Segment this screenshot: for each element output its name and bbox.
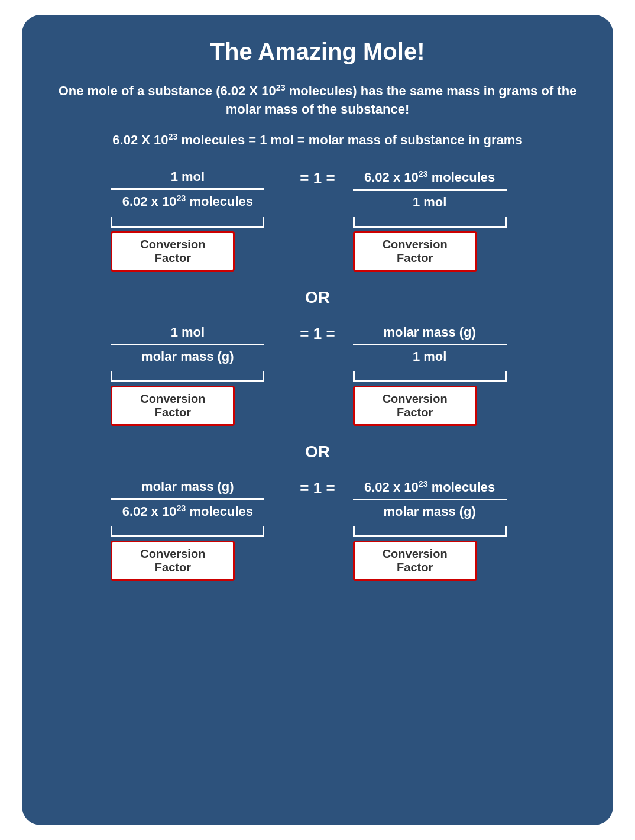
bracket-right-corner-3r [500,526,507,537]
bracket-left-corner-3r [353,526,360,537]
conversion-factor-2-left: Conversion Factor [111,386,235,426]
frac-den-3-right: molar mass (g) [353,500,507,519]
bracket-middle-2 [118,380,257,382]
bracket-line-2-right [353,369,507,382]
bracket-line-1-left [111,215,264,228]
bracket-middle-1r [360,226,500,228]
bracket-middle-3 [118,535,257,537]
bracket-right-corner-1 [257,217,264,228]
bracket-left-corner-1 [111,217,118,228]
fraction-left-3: molar mass (g) 6.02 x 1023 molecules Con… [111,479,282,581]
equals-3: = 1 = [300,479,335,497]
bracket-line-2-left [111,369,264,382]
frac-num-1-right: 6.02 x 1023 molecules [353,169,507,190]
bracket-row-3-right: Conversion Factor [353,524,507,581]
bracket-row-1-left: Conversion Factor [111,215,264,272]
subtitle-text: One mole of a substance (6.02 X 1023 mol… [57,82,578,119]
equation-text: 6.02 X 1023 molecules = 1 mol = molar ma… [112,132,522,148]
equals-2: = 1 = [300,325,335,343]
bracket-right-corner-2 [257,371,264,382]
bracket-row-2-left: Conversion Factor [111,369,264,426]
bracket-left-corner-3 [111,526,118,537]
fraction-left-1: 1 mol 6.02 x 1023 molecules Conversion F… [111,169,282,271]
fractions-row-2: 1 mol molar mass (g) Conversion Factor =… [57,325,578,426]
bracket-line-3-right [353,524,507,537]
fraction-group-left-3: molar mass (g) 6.02 x 1023 molecules [111,479,264,519]
section-3: molar mass (g) 6.02 x 1023 molecules Con… [57,479,578,581]
section-1: 1 mol 6.02 x 1023 molecules Conversion F… [57,169,578,271]
conversion-factor-3-left: Conversion Factor [111,541,235,581]
bracket-right-corner-1r [500,217,507,228]
bracket-left-corner-2r [353,371,360,382]
bracket-right-corner-2r [500,371,507,382]
conversion-factor-1-right: Conversion Factor [353,231,477,272]
fraction-group-right-1: 6.02 x 1023 molecules 1 mol [353,169,507,209]
frac-num-2-right: molar mass (g) [353,325,507,345]
conversion-factor-2-right: Conversion Factor [353,386,477,426]
bracket-middle-2r [360,380,500,382]
bracket-row-3-left: Conversion Factor [111,524,264,581]
equals-1: = 1 = [300,169,335,188]
or-label-2: OR [305,442,330,461]
fraction-group-right-3: 6.02 x 1023 molecules molar mass (g) [353,479,507,519]
frac-num-2-left: 1 mol [111,325,264,345]
bracket-middle-3r [360,535,500,537]
fraction-right-2: molar mass (g) 1 mol Conversion Factor [353,325,524,426]
fractions-row-1: 1 mol 6.02 x 1023 molecules Conversion F… [57,169,578,271]
frac-num-1-left: 1 mol [111,169,264,190]
frac-num-3-left: molar mass (g) [111,479,264,500]
frac-den-2-left: molar mass (g) [111,345,264,364]
main-card: The Amazing Mole! One mole of a substanc… [22,15,613,825]
page-title: The Amazing Mole! [210,38,425,65]
section-2: 1 mol molar mass (g) Conversion Factor =… [57,325,578,426]
frac-den-2-right: 1 mol [353,345,507,364]
frac-den-1-right: 1 mol [353,191,507,210]
bracket-line-1-right [353,215,507,228]
fraction-group-left-2: 1 mol molar mass (g) [111,325,264,364]
fraction-right-3: 6.02 x 1023 molecules molar mass (g) Con… [353,479,524,581]
fraction-group-right-2: molar mass (g) 1 mol [353,325,507,364]
fraction-group-left-1: 1 mol 6.02 x 1023 molecules [111,169,264,209]
bracket-right-corner-3 [257,526,264,537]
conversion-factor-3-right: Conversion Factor [353,541,477,581]
bracket-left-corner-2 [111,371,118,382]
bracket-row-1-right: Conversion Factor [353,215,507,272]
fraction-left-2: 1 mol molar mass (g) Conversion Factor [111,325,282,426]
bracket-line-3-left [111,524,264,537]
frac-num-3-right: 6.02 x 1023 molecules [353,479,507,500]
frac-den-3-left: 6.02 x 1023 molecules [111,500,264,519]
conversion-factor-1-left: Conversion Factor [111,231,235,272]
fraction-right-1: 6.02 x 1023 molecules 1 mol Conversion F… [353,169,524,271]
fractions-row-3: molar mass (g) 6.02 x 1023 molecules Con… [57,479,578,581]
bracket-row-2-right: Conversion Factor [353,369,507,426]
bracket-middle-1 [118,226,257,228]
bracket-left-corner-1r [353,217,360,228]
frac-den-1-left: 6.02 x 1023 molecules [111,190,264,209]
or-label-1: OR [305,288,330,307]
